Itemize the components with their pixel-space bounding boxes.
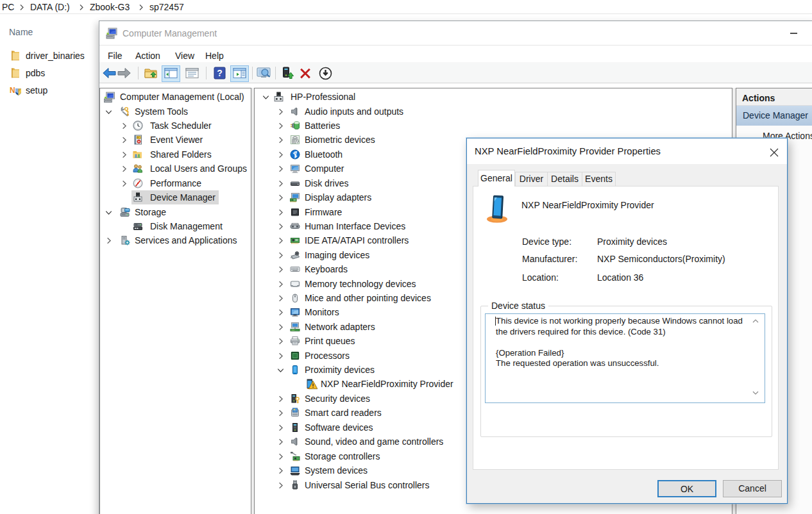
svg-text:N: N bbox=[10, 86, 15, 95]
svg-text:?: ? bbox=[217, 68, 223, 78]
